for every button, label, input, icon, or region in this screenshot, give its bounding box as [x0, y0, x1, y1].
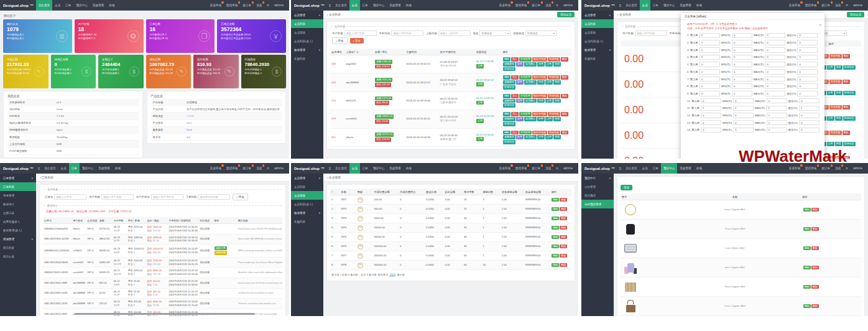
sidebar-item[interactable]: 会员等级 — [581, 28, 614, 37]
action-chip[interactable]: 流水信息 — [829, 54, 842, 58]
action-chip[interactable]: 日单 — [537, 117, 545, 121]
action-chip[interactable]: 充值 — [553, 99, 561, 103]
sequence-input[interactable] — [701, 128, 721, 133]
rate-input[interactable] — [797, 55, 818, 60]
delete-button[interactable]: 删除 — [560, 198, 567, 202]
action-chip[interactable]: 订单 — [827, 142, 834, 146]
action-chip[interactable]: 删除 — [843, 54, 850, 58]
nav-right-item[interactable]: 提现审核 — [803, 0, 819, 11]
min-input[interactable] — [733, 106, 754, 111]
search-button[interactable]: ⌕搜索 — [233, 193, 248, 200]
min-input[interactable] — [733, 120, 754, 126]
action-chip[interactable]: 银行卡信息 — [532, 57, 547, 62]
add-button[interactable]: 添加 — [621, 185, 632, 190]
sidebar-item[interactable]: 客服列表 — [291, 217, 323, 226]
action-chip[interactable]: 充值 — [553, 62, 561, 67]
sidebar-item[interactable]: 会员等级 — [291, 28, 323, 37]
sidebar-item[interactable]: 会员列表 — [291, 19, 323, 28]
hamburger-icon[interactable]: ≡ — [36, 167, 42, 170]
action-chip[interactable]: 不可提单 — [519, 75, 532, 80]
action-chip[interactable]: 提现记录 — [503, 140, 515, 144]
sequence-input[interactable] — [699, 77, 720, 82]
action-chip[interactable]: 禁止 — [511, 112, 519, 116]
action-chip[interactable]: 流水信息 — [829, 131, 842, 135]
delete-button[interactable]: 删除 — [811, 208, 819, 212]
action-chip[interactable]: 流水信息 — [548, 94, 560, 98]
action-chip[interactable]: 不可提单 — [519, 94, 532, 98]
max-input[interactable] — [767, 128, 787, 133]
delete-button[interactable]: 删除 — [560, 235, 567, 240]
sequence-input[interactable] — [699, 33, 720, 39]
search-button[interactable]: ⌕搜索 — [332, 37, 348, 44]
nav-right-item[interactable]: 提现审核 — [513, 163, 529, 174]
min-input[interactable] — [732, 69, 752, 75]
sidebar-item[interactable]: 客服列表 — [581, 54, 614, 63]
nav-right-item[interactable]: 新订单 — [240, 0, 254, 11]
nav-right-item[interactable]: 消息 — [543, 163, 553, 174]
action-chip[interactable]: 提现记录 — [503, 85, 515, 90]
action-chip[interactable]: 订单 — [545, 99, 553, 103]
rate-input[interactable] — [797, 69, 818, 75]
nav-item[interactable]: 后台首页 — [333, 0, 349, 11]
action-chip[interactable]: 日单 — [537, 62, 545, 67]
nav-item[interactable]: 系统管理 — [387, 163, 403, 174]
min-input[interactable] — [732, 33, 752, 39]
sidebar-item[interactable]: 订单管理▾ — [0, 174, 36, 182]
min-input[interactable] — [733, 128, 754, 133]
action-chip[interactable]: 充值 — [835, 65, 843, 70]
sidebar-item[interactable]: 预设中心▾ — [581, 174, 614, 182]
nav-right-item[interactable]: 消息 — [254, 163, 264, 174]
action-chip[interactable]: 订单 — [545, 117, 553, 121]
nav-item[interactable]: 商城 — [694, 0, 704, 11]
min-input[interactable] — [733, 98, 754, 104]
filter-input[interactable] — [198, 194, 230, 200]
action-chip[interactable]: 编辑 — [503, 131, 510, 135]
action-chip[interactable]: 派单 — [516, 117, 524, 121]
action-chip[interactable]: 提现记录 — [843, 91, 856, 95]
nav-item[interactable]: 会员 — [349, 0, 360, 11]
action-chip[interactable]: 不可提单 — [519, 131, 532, 135]
hamburger-icon[interactable]: ≡ — [617, 4, 624, 7]
action-chip[interactable]: 银行卡信息 — [532, 131, 547, 135]
nav-right-item[interactable]: 充值审核 — [208, 0, 224, 11]
sequence-input[interactable] — [699, 47, 720, 53]
delete-button[interactable]: 删除 — [811, 285, 819, 289]
action-chip[interactable]: 余额操作 — [503, 135, 515, 139]
nav-item[interactable]: 订单 — [69, 163, 80, 174]
sequence-input[interactable] — [701, 98, 721, 104]
delete-button[interactable]: 删除 — [560, 245, 567, 249]
edit-button[interactable]: 编辑 — [803, 285, 811, 289]
sidebar-item[interactable]: 连环预设管理 — [581, 200, 614, 208]
delete-button[interactable]: 删除 — [560, 217, 567, 221]
nav-item[interactable]: 会员 — [349, 163, 360, 174]
action-chip[interactable]: 不可提单 — [519, 112, 532, 116]
action-chip[interactable]: 派单 — [516, 62, 524, 67]
sequence-input[interactable] — [699, 62, 720, 67]
sidebar-item[interactable]: 内置客服录入 — [0, 217, 36, 226]
nav-item[interactable]: 订单 — [63, 0, 73, 11]
sidebar-item[interactable]: 会员列表(录入) — [581, 37, 614, 45]
action-chip[interactable]: 充值 — [835, 116, 843, 121]
action-chip[interactable]: 订单 — [827, 65, 834, 70]
refresh-icon[interactable]: ⟳ — [553, 163, 561, 174]
nav-right-item[interactable]: 充值审核 — [787, 0, 803, 11]
action-chip[interactable]: 派单 — [516, 135, 524, 139]
nav-right-item[interactable]: 新订单 — [240, 163, 254, 174]
action-chip[interactable]: 充值 — [553, 135, 561, 139]
rate-input[interactable] — [797, 40, 818, 45]
nav-item[interactable]: 订单 — [650, 163, 661, 174]
nav-item[interactable]: 商城 — [106, 0, 117, 11]
rate-input[interactable] — [799, 120, 820, 126]
action-chip[interactable]: 流水信息 — [548, 75, 560, 80]
sidebar-item[interactable]: 商城管理▾ — [0, 235, 36, 243]
add-member-button[interactable]: 添加会员 — [847, 12, 864, 17]
edit-button[interactable]: 编辑 — [552, 263, 559, 268]
action-chip[interactable]: 提现记录 — [503, 67, 515, 72]
nav-right-item[interactable]: 消息 — [543, 0, 553, 11]
nav-item[interactable]: 商城 — [694, 163, 704, 174]
sidebar-item[interactable]: 派单管理 — [0, 191, 36, 200]
action-chip[interactable]: 日单 — [537, 80, 545, 85]
sidebar-item[interactable]: 商品分类 — [0, 252, 36, 261]
filter-input[interactable] — [344, 30, 377, 36]
action-chip[interactable]: 禁止 — [511, 75, 519, 80]
